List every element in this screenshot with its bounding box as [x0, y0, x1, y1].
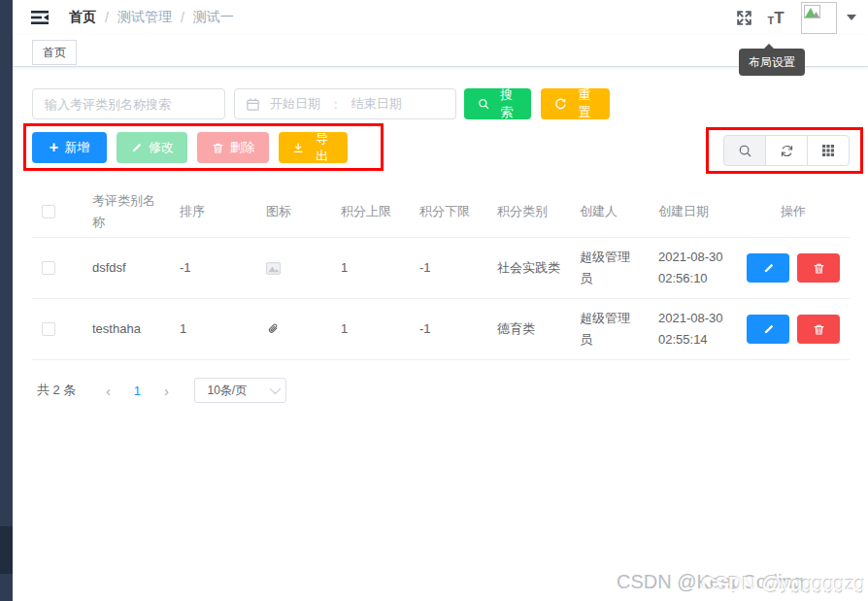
cell-score-min: -1: [410, 257, 487, 279]
cell-created-at: 2021-08-30 02:55:14: [649, 308, 737, 351]
cell-score-type: 社会实践类: [487, 257, 570, 279]
next-page-button[interactable]: ›: [151, 383, 181, 399]
navbar: 首页 / 测试管理 / 测试一 TT: [13, 0, 868, 35]
pagination-total: 共 2 条: [37, 382, 76, 399]
table-toolbar: [723, 135, 850, 166]
reset-button-label: 重置: [573, 86, 596, 121]
refresh-button[interactable]: [765, 135, 808, 166]
date-separator: :: [334, 97, 338, 112]
breadcrumb-test-one: 测试一: [193, 9, 234, 26]
cell-icon: [256, 262, 331, 275]
header-sort: 排序: [170, 201, 256, 222]
chevron-down-icon: [270, 384, 281, 394]
select-all-checkbox[interactable]: [42, 205, 55, 218]
row-edit-button[interactable]: [747, 315, 789, 344]
export-button-label: 导出: [310, 130, 334, 165]
avatar[interactable]: [801, 2, 837, 34]
date-end-placeholder: 结束日期: [351, 95, 402, 113]
header-creator: 创建人: [570, 201, 649, 222]
row-checkbox[interactable]: [42, 261, 55, 275]
add-button-label: 新增: [64, 139, 89, 156]
breadcrumb-home[interactable]: 首页: [69, 9, 96, 26]
row-edit-button[interactable]: [747, 253, 789, 283]
search-button[interactable]: 搜索: [464, 88, 531, 119]
header-created-at: 创建日期: [649, 201, 737, 222]
cell-score-min: -1: [410, 318, 487, 340]
cell-icon: [256, 322, 331, 336]
export-button[interactable]: 导出: [279, 132, 348, 163]
header-score-min: 积分下限: [410, 201, 487, 222]
layout-settings-tooltip: 布局设置: [739, 49, 805, 76]
plus-icon: +: [50, 140, 58, 155]
prev-page-button[interactable]: ‹: [93, 383, 122, 399]
page-number[interactable]: 1: [122, 384, 151, 398]
table-row: testhaha 1 1 -1 德育类 超级管理员 2021-08-30 02:…: [32, 299, 850, 360]
date-start-placeholder: 开始日期: [270, 95, 320, 113]
page-size-value: 10条/页: [207, 383, 247, 399]
cell-score-max: 1: [331, 318, 410, 340]
tab-home[interactable]: 首页: [32, 40, 77, 65]
breadcrumb-separator: /: [105, 10, 109, 25]
add-button[interactable]: + 新增: [32, 132, 107, 163]
toggle-search-button[interactable]: [723, 135, 766, 166]
header-category-name: 考评类别名称: [83, 190, 170, 233]
breadcrumb: 首页 / 测试管理 / 测试一: [69, 9, 234, 26]
date-range-picker[interactable]: 开始日期 : 结束日期: [234, 88, 456, 119]
font-size-big-t: T: [774, 10, 784, 26]
row-delete-button[interactable]: [797, 315, 840, 344]
row-delete-button[interactable]: [797, 253, 840, 283]
reset-button[interactable]: 重置: [541, 88, 610, 119]
link-icon: [266, 322, 321, 336]
breadcrumb-test-manage: 测试管理: [117, 9, 172, 26]
breadcrumb-separator: /: [181, 10, 184, 25]
data-table: 考评类别名称 排序 图标 积分上限 积分下限 积分类别 创建人 创建日期 操作 …: [32, 186, 850, 360]
font-size-icon[interactable]: TT: [758, 3, 793, 32]
fullscreen-icon[interactable]: [729, 3, 758, 32]
calendar-icon: [246, 97, 260, 112]
cell-sort: -1: [170, 257, 256, 279]
sidebar-collapsed: [0, 0, 13, 601]
delete-button-label: 删除: [230, 139, 255, 156]
search-input[interactable]: [32, 88, 225, 119]
header-icon: 图标: [256, 201, 331, 222]
cell-name: testhaha: [83, 318, 170, 340]
cell-sort: 1: [170, 318, 256, 340]
sidebar-toggle-icon[interactable]: [30, 8, 50, 27]
cell-creator: 超级管理员: [570, 247, 649, 289]
cell-score-type: 德育类: [487, 318, 570, 340]
pagination: 共 2 条 ‹ 1 › 10条/页: [37, 377, 286, 404]
broken-image-icon: [266, 262, 321, 275]
watermark-secondary: CSDN @ygggggzg: [701, 573, 865, 595]
cell-score-max: 1: [331, 257, 410, 279]
edit-button-label: 修改: [149, 139, 174, 156]
table-row: dsfdsf -1 1 -1 社会实践类 超级管理员 2021-08-30 02…: [32, 238, 850, 299]
cell-created-at: 2021-08-30 02:56:10: [649, 247, 737, 289]
edit-button[interactable]: 修改: [117, 132, 187, 163]
page-size-select[interactable]: 10条/页: [194, 378, 286, 403]
cell-creator: 超级管理员: [570, 308, 649, 351]
header-operations: 操作: [737, 201, 850, 222]
row-checkbox[interactable]: [42, 322, 55, 336]
avatar-caret-down-icon[interactable]: [847, 15, 856, 20]
sidebar-active-item[interactable]: [0, 526, 13, 574]
tooltip-text: 布局设置: [749, 55, 795, 69]
cell-name: dsfdsf: [83, 257, 170, 279]
columns-grid-button[interactable]: [807, 135, 850, 166]
search-button-label: 搜索: [495, 86, 517, 121]
font-size-small-t: T: [767, 16, 774, 26]
header-score-type: 积分类别: [487, 201, 570, 222]
delete-button[interactable]: 删除: [197, 132, 269, 163]
table-header-row: 考评类别名称 排序 图标 积分上限 积分下限 积分类别 创建人 创建日期 操作: [32, 186, 850, 238]
header-score-max: 积分上限: [331, 201, 410, 222]
